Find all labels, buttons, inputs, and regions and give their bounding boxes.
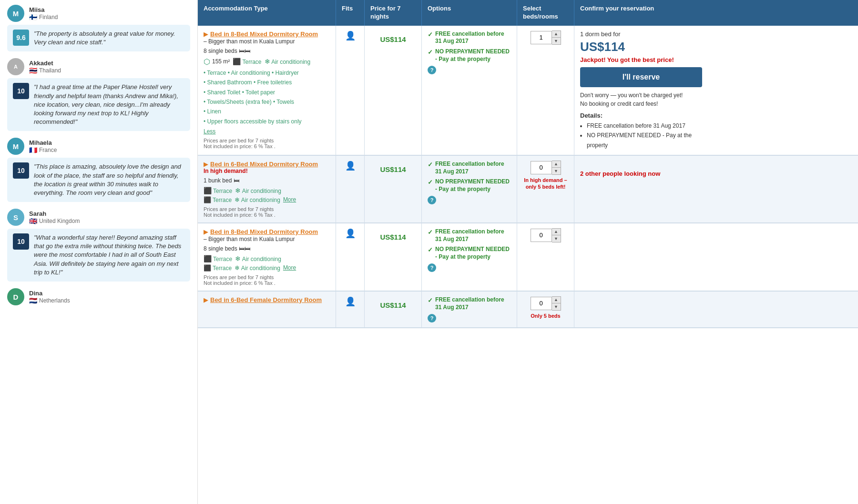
increment-button[interactable]: ▲: [552, 229, 561, 235]
increment-button[interactable]: ▲: [552, 31, 561, 38]
expand-icon[interactable]: ▶: [204, 161, 208, 168]
info-icon[interactable]: ?: [428, 263, 436, 272]
reviewer-header: DDina🇳🇱 Netherlands: [7, 288, 190, 305]
option-item: ✓NO PREPAYMENT NEEDED - Pay at the prope…: [428, 48, 511, 63]
review-card: 10"I had a great time at the Paper Plane…: [7, 78, 190, 131]
decrement-button[interactable]: ▼: [552, 235, 561, 242]
reviewer-country: 🇫🇮 Finland: [29, 13, 58, 21]
reviewer-name: Sarah: [29, 210, 80, 217]
info-icon[interactable]: ?: [428, 196, 436, 204]
less-link[interactable]: Less: [204, 128, 330, 135]
room-title-link[interactable]: Bed in 8-Bed Mixed Dormitory Room: [210, 30, 318, 38]
quantity-spinner: ▲▼: [552, 228, 561, 242]
reviewer-name: Akkadet: [29, 60, 61, 67]
person-icon: 👤: [345, 161, 356, 171]
check-icon: ✓: [428, 161, 433, 168]
expand-icon[interactable]: ▶: [204, 296, 208, 303]
amenity-icon-sm-air-conditioning: ❄ Air conditioning: [235, 264, 280, 272]
reviewer-name: Miisa: [29, 6, 58, 13]
person-icon: 👤: [345, 297, 356, 306]
amenity-icon-air-conditioning: ❄ Air conditioning: [265, 58, 311, 65]
reviewer-header: MMiisa🇫🇮 Finland: [7, 5, 190, 22]
reviewer-country: 🇹🇭 Thailand: [29, 67, 61, 74]
room-subtitle: – Bigger than most in Kuala Lumpur: [204, 38, 295, 45]
number-input-wrap: ▲▼: [523, 30, 568, 45]
review-card: 9.6"The property is absolutely a great v…: [7, 25, 190, 51]
expand-icon[interactable]: ▶: [204, 228, 208, 235]
confirm-cell-1: 2 other people looking now: [574, 156, 708, 222]
accommodation-panel: Accommodation Type Fits Price for 7 nigh…: [198, 0, 858, 504]
decrement-button[interactable]: ▼: [552, 168, 561, 174]
review-text: "What a wonderful stay here!! Beyond ama…: [34, 233, 184, 277]
increment-button[interactable]: ▲: [552, 297, 561, 303]
header-select: Select beds/rooms: [517, 0, 574, 26]
size-info: ⬡ 155 m²: [204, 57, 230, 66]
avatar: A: [7, 58, 24, 75]
score-badge: 10: [13, 233, 29, 250]
amenity-icon-sm-terrace: ⬛ Terrace: [204, 196, 232, 203]
options-cell-0: ✓FREE cancellation before 31 Aug 2017✓NO…: [422, 26, 517, 155]
beds-info: 8 single beds 🛏🛏: [204, 48, 330, 54]
amenity-icon-sm-air-conditioning: ❄ Air conditioning: [235, 196, 280, 203]
reviewer-header: AAkkadet🇹🇭 Thailand: [7, 58, 190, 75]
demand-note: In high demand – only 5 beds left!: [523, 177, 568, 191]
score-badge: 10: [13, 83, 29, 99]
beds-quantity-input[interactable]: [531, 229, 552, 242]
amenity-icon-air-conditioning: ❄ Air conditioning: [235, 255, 281, 262]
confirm-dorm-label: 1 dorm bed for: [580, 30, 702, 38]
more-link[interactable]: More: [283, 196, 296, 203]
decrement-button[interactable]: ▼: [552, 38, 561, 44]
decrement-button[interactable]: ▼: [552, 303, 561, 310]
beds-info: 1 bunk bed 🛏: [204, 177, 330, 184]
avatar: M: [7, 5, 24, 22]
increment-button[interactable]: ▲: [552, 161, 561, 168]
reviewer-block-0: MMiisa🇫🇮 Finland9.6"The property is abso…: [7, 5, 190, 51]
info-icon[interactable]: ?: [428, 314, 436, 323]
no-charge-text: Don't worry — you won't be charged yet!: [580, 92, 702, 99]
looking-now-text: 2 other people looking now: [580, 170, 702, 177]
confirm-price: US$114: [580, 40, 702, 54]
amenity-icons-row: ⬛ Terrace❄ Air conditioning: [204, 255, 330, 262]
header-options: Options: [422, 0, 517, 26]
beds-quantity-input[interactable]: [531, 161, 552, 174]
review-text: "I had a great time at the Paper Plane H…: [34, 83, 184, 126]
room-title-link[interactable]: Bed in 6-Bed Mixed Dormitory Room: [210, 161, 318, 168]
amenity-icon-row-with-more: ⬛ Terrace❄ Air conditioningMore: [204, 264, 330, 272]
confirm-cell-3: [574, 292, 708, 327]
info-icon[interactable]: ?: [428, 66, 436, 74]
room-title-link[interactable]: Bed in 6-Bed Female Dormitory Room: [210, 296, 322, 303]
amenity-icon-air-conditioning: ❄ Air conditioning: [235, 187, 281, 194]
table-row: ▶Bed in 8-Bed Mixed Dormitory Room– Bigg…: [198, 26, 858, 156]
room-price-note: Prices are per bed for 7 nightsNot inclu…: [204, 206, 330, 218]
review-card: 10"What a wonderful stay here!! Beyond a…: [7, 229, 190, 282]
reserve-button[interactable]: I'll reserve: [580, 67, 702, 87]
check-icon: ✓: [428, 229, 433, 236]
header-type: Accommodation Type: [198, 0, 336, 26]
person-icon: 👤: [345, 31, 356, 40]
room-title-link[interactable]: Bed in 8-Bed Mixed Dormitory Room: [210, 228, 318, 235]
beds-quantity-input[interactable]: [531, 297, 552, 310]
quantity-spinner: ▲▼: [552, 161, 561, 175]
fits-cell-1: 👤: [336, 156, 365, 222]
options-cell-2: ✓FREE cancellation before 31 Aug 2017✓NO…: [422, 223, 517, 291]
header-price: Price for 7 nights: [365, 0, 422, 26]
option-item: ✓FREE cancellation before 31 Aug 2017: [428, 30, 511, 45]
option-text: NO PREPAYMENT NEEDED - Pay at the proper…: [435, 246, 511, 261]
number-input-wrap: ▲▼: [523, 161, 568, 175]
details-list: FREE cancellation before 31 Aug 2017NO P…: [580, 121, 702, 150]
avatar: D: [7, 288, 24, 305]
header-fits: Fits: [336, 0, 365, 26]
options-cell-1: ✓FREE cancellation before 31 Aug 2017✓NO…: [422, 156, 517, 222]
reviewer-country: 🇬🇧 United Kingdom: [29, 217, 80, 225]
quantity-spinner: ▲▼: [552, 296, 561, 311]
option-text: NO PREPAYMENT NEEDED - Pay at the proper…: [435, 178, 511, 193]
beds-quantity-input[interactable]: [531, 31, 552, 44]
room-price: US$114: [370, 165, 416, 173]
room-type-cell-3: ▶Bed in 6-Bed Female Dormitory Room: [198, 292, 336, 327]
number-input-wrap: ▲▼: [523, 228, 568, 242]
table-row: ▶Bed in 6-Bed Mixed Dormitory RoomIn hig…: [198, 156, 858, 223]
option-text: FREE cancellation before 31 Aug 2017: [435, 30, 511, 45]
more-link[interactable]: More: [283, 264, 296, 271]
expand-icon[interactable]: ▶: [204, 30, 208, 38]
score-badge: 10: [13, 162, 29, 179]
